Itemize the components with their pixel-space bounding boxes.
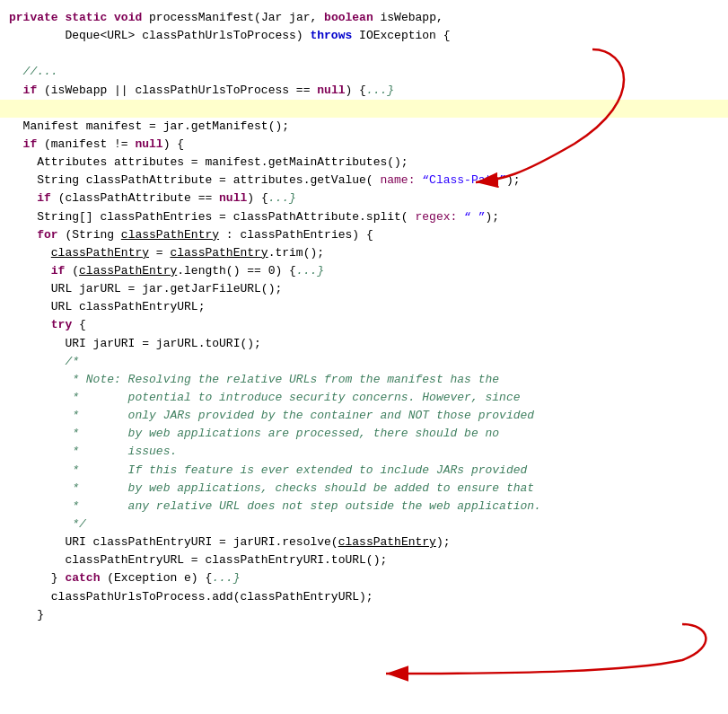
code-line-9: Attributes attributes = manifest.getMain… <box>0 154 728 172</box>
comment-25: * issues. <box>9 443 177 461</box>
code-line-11: if (classPathAttribute == null) {...} <box>0 190 728 207</box>
code-line-22: * potential to introduce security concer… <box>0 389 728 407</box>
code-line-32: } catch (Exception e) {...} <box>0 569 728 587</box>
comment-24: * by web applications are processed, the… <box>9 425 499 443</box>
code-line-29: */ <box>0 516 728 533</box>
code-line-10: String classPathAttribute = attributes.g… <box>0 172 728 190</box>
code-line-15: if (classPathEntry.length() == 0) {...} <box>0 262 728 280</box>
code-line-25: * issues. <box>0 443 728 461</box>
keyword-boolean: boolean <box>324 9 373 27</box>
code-line-21: * Note: Resolving the relative URLs from… <box>0 371 728 389</box>
comment-block-3: ...} <box>296 262 324 280</box>
code-line-13: for (String classPathEntry : classPathEn… <box>0 226 728 244</box>
code-line-3 <box>0 45 728 63</box>
comment-22: * potential to introduce security concer… <box>9 389 521 407</box>
code-line-33: classPathUrlsToProcess.add(classPathEntr… <box>0 588 728 606</box>
code-line-27: * by web applications, checks should be … <box>0 480 728 498</box>
keyword-private: private <box>9 9 58 27</box>
keyword-catch: catch <box>65 569 100 587</box>
code-line-23: * only JARs provided by the container an… <box>0 407 728 425</box>
code-line-31: classPathEntryURL = classPathEntryURI.to… <box>0 551 728 569</box>
code-line-34: } <box>0 606 728 624</box>
comment-21: * Note: Resolving the relative URLs from… <box>9 371 499 389</box>
code-line-8: if (manifest != null) { <box>0 136 728 154</box>
string-classpath: “Class-Path” <box>422 172 506 190</box>
code-line-30: URI classPathEntryURI = jarURI.resolve(c… <box>0 533 728 551</box>
comment-block-1: ...} <box>366 82 394 100</box>
var-ref-2: classPathEntry <box>170 244 268 262</box>
keyword-if-4: if <box>51 262 66 280</box>
comment-block-2: ...} <box>268 190 296 207</box>
comment-block-4: ...} <box>212 569 240 587</box>
keyword-static: static <box>65 9 107 27</box>
code-container: private static void processManifest(Jar … <box>0 0 728 714</box>
keyword-for: for <box>37 226 57 244</box>
comment-28: * any relative URL does not step outside… <box>9 498 541 516</box>
code-line-20: /* <box>0 353 728 371</box>
keyword-try: try <box>51 316 72 334</box>
code-line-6-highlighted <box>0 100 728 118</box>
code-line-4: //... <box>0 63 728 81</box>
var-ref-1: classPathEntry <box>51 244 149 262</box>
arrow-2 <box>386 624 706 674</box>
param-regex: regex: <box>415 208 457 226</box>
comment-end: */ <box>9 516 86 533</box>
code-line-12: String[] classPathEntries = classPathAtt… <box>0 208 728 226</box>
code-line-24: * by web applications are processed, the… <box>0 425 728 443</box>
comment-26: * If this feature is ever extended to in… <box>9 462 527 480</box>
keyword-if-3: if <box>37 190 51 207</box>
comment-ellipsis: //... <box>23 63 58 81</box>
comment-27: * by web applications, checks should be … <box>9 480 534 498</box>
code-line-17: URL classPathEntryURL; <box>0 298 728 316</box>
keyword-if-2: if <box>23 136 38 154</box>
code-line-2: Deque<URL> classPathUrlsToProcess) throw… <box>0 27 728 45</box>
param-name: name: <box>380 172 415 190</box>
code-line-26: * If this feature is ever extended to in… <box>0 462 728 480</box>
var-ref-4: classPathEntry <box>338 533 436 551</box>
code-line-7: Manifest manifest = jar.getManifest(); <box>0 118 728 136</box>
code-line-14: classPathEntry = classPathEntry.trim(); <box>0 244 728 262</box>
code-line-1: private static void processManifest(Jar … <box>0 9 728 27</box>
code-line-16: URL jarURL = jar.getJarFileURL(); <box>0 280 728 298</box>
keyword-void: void <box>114 9 142 27</box>
comment-start: /* <box>9 353 79 371</box>
for-var: classPathEntry <box>121 226 219 244</box>
keyword-null-3: null <box>219 190 247 207</box>
keyword-null-2: null <box>135 136 162 154</box>
keyword-throws: throws <box>310 27 352 45</box>
var-ref-3: classPathEntry <box>79 262 177 280</box>
keyword-null-1: null <box>317 82 345 100</box>
code-line-18: try { <box>0 316 728 334</box>
code-line-5: if (isWebapp || classPathUrlsToProcess =… <box>0 82 728 100</box>
string-regex: “ ” <box>464 208 485 226</box>
code-line-19: URI jarURI = jarURL.toURI(); <box>0 335 728 353</box>
keyword-if-1: if <box>23 82 38 100</box>
code-line-28: * any relative URL does not step outside… <box>0 498 728 516</box>
comment-23: * only JARs provided by the container an… <box>9 407 534 425</box>
